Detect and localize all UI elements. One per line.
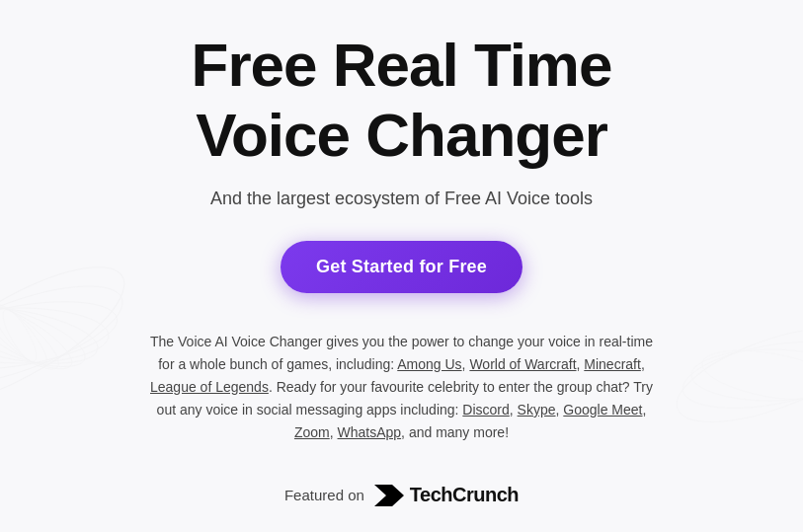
link-zoom[interactable]: Zoom [294,424,330,440]
featured-bar: Featured on TechCrunch [284,484,519,506]
link-among-us[interactable]: Among Us [397,356,461,372]
main-content: Free Real Time Voice Changer And the lar… [0,0,803,506]
link-whatsapp[interactable]: WhatsApp [338,424,402,440]
link-google-meet[interactable]: Google Meet [563,402,642,418]
hero-description: The Voice AI Voice Changer gives you the… [125,331,679,444]
hero-subtitle: And the largest ecosystem of Free AI Voi… [210,189,593,209]
svg-marker-14 [374,485,404,506]
techcrunch-logo: TechCrunch [374,484,519,506]
featured-label: Featured on [284,487,364,503]
get-started-button[interactable]: Get Started for Free [281,241,522,293]
techcrunch-brand: TechCrunch [410,484,519,506]
link-world-of-warcraft[interactable]: World of Warcraft [469,356,576,372]
link-discord[interactable]: Discord [462,402,509,418]
link-league-of-legends[interactable]: League of Legends [150,379,269,395]
hero-title: Free Real Time Voice Changer [192,30,612,171]
link-minecraft[interactable]: Minecraft [584,356,641,372]
link-skype[interactable]: Skype [518,402,556,418]
techcrunch-icon [374,485,404,506]
